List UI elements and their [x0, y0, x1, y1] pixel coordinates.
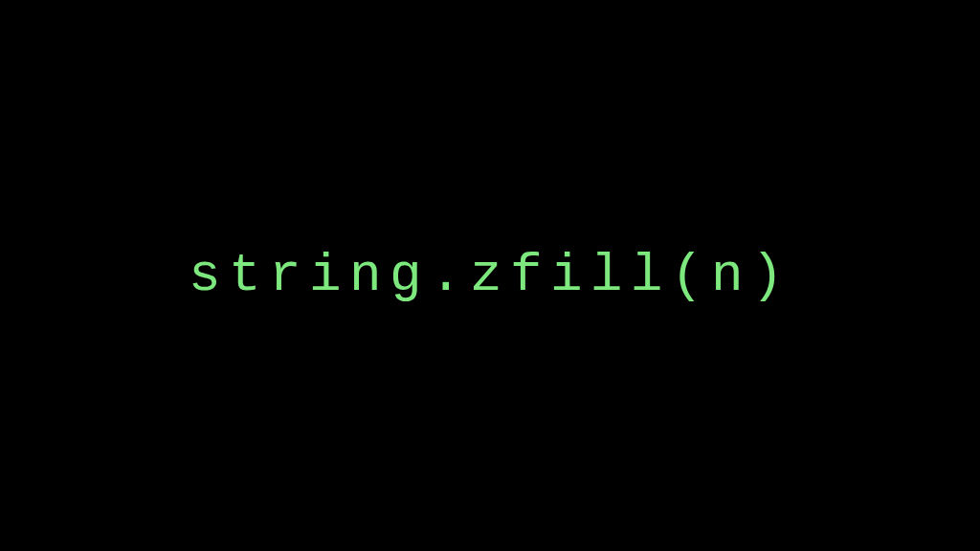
- code-snippet: string.zfill(n): [189, 245, 791, 306]
